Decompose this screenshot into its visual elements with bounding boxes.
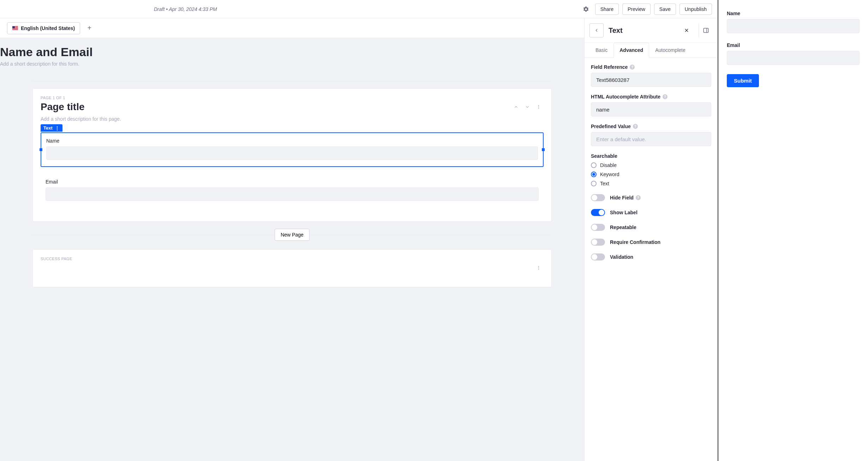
svg-point-2 xyxy=(538,108,539,109)
properties-title: Text xyxy=(609,26,677,35)
toggle-switch xyxy=(591,209,605,216)
preview-name-input[interactable] xyxy=(727,19,860,33)
help-icon[interactable]: ? xyxy=(630,65,635,70)
predefined-value-label: Predefined Value xyxy=(591,124,631,129)
field-input-email[interactable] xyxy=(46,187,539,201)
page-card: PAGE 1 OF 1 Page title xyxy=(32,88,552,222)
back-button[interactable] xyxy=(589,23,604,37)
radio-label-keyword: Keyword xyxy=(600,172,619,177)
radio-icon xyxy=(591,181,597,186)
toggle-switch xyxy=(591,239,605,246)
toggle-switch xyxy=(591,253,605,261)
page-more-icon[interactable] xyxy=(534,102,544,112)
radio-label-disable: Disable xyxy=(600,162,617,168)
form-field-email[interactable]: Email xyxy=(41,174,544,207)
help-icon[interactable]: ? xyxy=(663,94,668,99)
resize-handle-right[interactable] xyxy=(542,148,545,151)
page-description-placeholder[interactable]: Add a short description for this page. xyxy=(41,116,544,122)
page-title[interactable]: Page title xyxy=(41,101,511,113)
preview-email-input[interactable] xyxy=(727,51,860,65)
draft-status: Draft • Apr 30, 2024 4:33 PM xyxy=(154,6,217,12)
toggle-label-repeatable: Repeatable xyxy=(610,224,636,230)
preview-name-label: Name xyxy=(727,11,860,16)
topbar: Draft • Apr 30, 2024 4:33 PM Share Previ… xyxy=(0,0,718,18)
svg-point-0 xyxy=(538,105,539,106)
toggle-switch xyxy=(591,224,605,231)
field-input-name[interactable] xyxy=(46,146,538,160)
page-move-up-icon[interactable] xyxy=(511,102,521,112)
svg-rect-8 xyxy=(704,28,708,32)
tab-advanced[interactable]: Advanced xyxy=(613,43,649,58)
help-icon[interactable]: ? xyxy=(636,195,641,200)
toggle-show-label[interactable]: Show Label xyxy=(591,209,711,216)
field-type-tag: Text ⋮ xyxy=(41,124,62,132)
panel-toggle-icon[interactable] xyxy=(699,23,713,37)
save-button[interactable]: Save xyxy=(654,4,676,15)
toggle-label-require-confirmation: Require Confirmation xyxy=(610,239,660,245)
success-page-more-icon[interactable] xyxy=(534,263,544,273)
predefined-value-input[interactable] xyxy=(591,132,711,146)
resize-handle-left[interactable] xyxy=(40,148,42,151)
field-label-email: Email xyxy=(46,179,539,185)
preview-button[interactable]: Preview xyxy=(622,4,651,15)
form-description-placeholder[interactable]: Add a short description for this form. xyxy=(0,61,584,67)
language-label: English (United States) xyxy=(21,25,75,31)
tab-autocomplete[interactable]: Autocomplete xyxy=(649,43,692,58)
toggle-validation[interactable]: Validation xyxy=(591,253,711,261)
settings-icon[interactable] xyxy=(580,4,592,15)
success-page-card: SUCCESS PAGE xyxy=(32,249,552,287)
properties-panel: Text Basic Advanced Autocomplete xyxy=(584,18,718,461)
language-tabs: English (United States) + xyxy=(0,18,584,38)
html-autocomplete-label: HTML Autocomplete Attribute xyxy=(591,94,660,100)
field-tag-more-icon[interactable]: ⋮ xyxy=(55,126,60,131)
page-meta: PAGE 1 OF 1 xyxy=(41,96,544,100)
field-reference-label: Field Reference xyxy=(591,64,628,70)
toggle-label-show-label: Show Label xyxy=(610,210,637,215)
radio-label-text: Text xyxy=(600,181,609,186)
new-page-button[interactable]: New Page xyxy=(275,229,310,241)
toggle-label-hide-field: Hide Field xyxy=(610,195,634,200)
tab-basic[interactable]: Basic xyxy=(589,43,613,58)
radio-text[interactable]: Text xyxy=(591,181,711,186)
toggle-hide-field[interactable]: Hide Field ? xyxy=(591,194,711,201)
searchable-label: Searchable xyxy=(591,153,617,159)
radio-keyword[interactable]: Keyword xyxy=(591,172,711,177)
field-label-name: Name xyxy=(46,138,538,144)
preview-email-label: Email xyxy=(727,42,860,48)
properties-tabs: Basic Advanced Autocomplete xyxy=(585,43,718,58)
form-title[interactable]: Name and Email xyxy=(0,45,584,59)
add-language-button[interactable]: + xyxy=(84,23,95,34)
radio-icon xyxy=(591,162,597,168)
form-field-name[interactable]: Name xyxy=(41,132,544,167)
radio-disable[interactable]: Disable xyxy=(591,162,711,168)
share-button[interactable]: Share xyxy=(595,4,619,15)
close-icon[interactable] xyxy=(682,25,692,35)
svg-point-4 xyxy=(538,268,539,268)
svg-point-3 xyxy=(538,266,539,267)
svg-point-1 xyxy=(538,107,539,107)
page-move-down-icon[interactable] xyxy=(522,102,532,112)
unpublish-button[interactable]: Unpublish xyxy=(680,4,712,15)
toggle-require-confirmation[interactable]: Require Confirmation xyxy=(591,239,711,246)
field-reference-input[interactable] xyxy=(591,73,711,87)
toggle-label-validation: Validation xyxy=(610,254,633,260)
svg-point-5 xyxy=(538,269,539,270)
toggle-repeatable[interactable]: Repeatable xyxy=(591,224,711,231)
toggle-switch xyxy=(591,194,605,201)
form-preview-panel: Name Email Submit xyxy=(718,0,868,461)
language-tab-en-us[interactable]: English (United States) xyxy=(7,22,80,34)
html-autocomplete-input[interactable] xyxy=(591,102,711,116)
field-tag-label: Text xyxy=(43,125,53,131)
success-page-meta: SUCCESS PAGE xyxy=(41,257,544,261)
us-flag-icon xyxy=(12,26,18,30)
help-icon[interactable]: ? xyxy=(633,124,638,129)
submit-button[interactable]: Submit xyxy=(727,74,759,87)
radio-icon xyxy=(591,172,597,177)
